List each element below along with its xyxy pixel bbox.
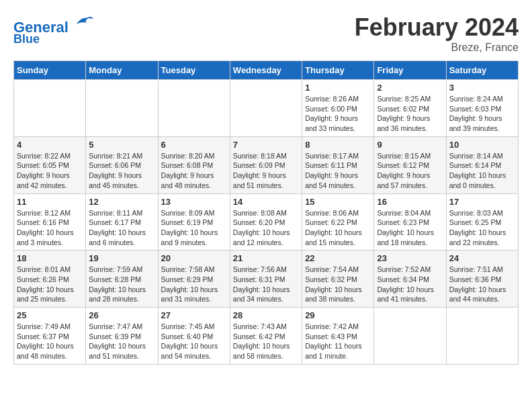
month-title: February 2024 (355, 13, 519, 42)
day-number: 23 (377, 253, 443, 263)
title-block: February 2024 Breze, France (355, 13, 519, 54)
day-number: 29 (305, 310, 371, 320)
day-info: Sunrise: 7:49 AM Sunset: 6:37 PM Dayligh… (17, 322, 83, 361)
day-number: 11 (17, 197, 83, 207)
logo: General Blue (13, 13, 94, 46)
day-info: Sunrise: 7:42 AM Sunset: 6:43 PM Dayligh… (305, 322, 371, 361)
header-tuesday: Tuesday (158, 61, 230, 80)
calendar-cell: 16Sunrise: 8:04 AM Sunset: 6:23 PM Dayli… (374, 193, 446, 250)
calendar-cell (14, 80, 86, 137)
day-number: 10 (449, 140, 515, 150)
day-number: 21 (233, 253, 299, 263)
calendar-cell: 13Sunrise: 8:09 AM Sunset: 6:19 PM Dayli… (158, 193, 230, 250)
calendar-cell (230, 80, 302, 137)
calendar-cell: 26Sunrise: 7:47 AM Sunset: 6:39 PM Dayli… (86, 308, 158, 365)
day-number: 9 (377, 140, 443, 150)
calendar-cell: 7Sunrise: 8:18 AM Sunset: 6:09 PM Daylig… (230, 136, 302, 193)
day-number: 22 (305, 253, 371, 263)
day-info: Sunrise: 8:15 AM Sunset: 6:12 PM Dayligh… (377, 151, 443, 191)
calendar-cell: 27Sunrise: 7:45 AM Sunset: 6:40 PM Dayli… (158, 308, 230, 365)
day-number: 4 (17, 140, 83, 150)
calendar-week-4: 18Sunrise: 8:01 AM Sunset: 6:26 PM Dayli… (14, 250, 519, 308)
day-info: Sunrise: 8:17 AM Sunset: 6:11 PM Dayligh… (305, 151, 371, 191)
calendar-cell: 4Sunrise: 8:22 AM Sunset: 6:05 PM Daylig… (14, 136, 86, 193)
calendar-cell: 8Sunrise: 8:17 AM Sunset: 6:11 PM Daylig… (302, 136, 374, 193)
day-info: Sunrise: 8:20 AM Sunset: 6:08 PM Dayligh… (161, 151, 227, 191)
header-wednesday: Wednesday (230, 61, 302, 80)
day-number: 27 (161, 310, 227, 320)
calendar-cell: 15Sunrise: 8:06 AM Sunset: 6:22 PM Dayli… (302, 193, 374, 250)
calendar-cell: 14Sunrise: 8:08 AM Sunset: 6:20 PM Dayli… (230, 193, 302, 250)
day-info: Sunrise: 7:47 AM Sunset: 6:39 PM Dayligh… (89, 322, 154, 361)
calendar-cell: 19Sunrise: 7:59 AM Sunset: 6:28 PM Dayli… (86, 250, 158, 308)
day-info: Sunrise: 8:22 AM Sunset: 6:05 PM Dayligh… (17, 151, 83, 191)
calendar-cell: 22Sunrise: 7:54 AM Sunset: 6:32 PM Dayli… (302, 250, 374, 308)
header-sunday: Sunday (14, 61, 86, 80)
calendar-cell: 1Sunrise: 8:26 AM Sunset: 6:00 PM Daylig… (302, 80, 374, 137)
day-info: Sunrise: 8:06 AM Sunset: 6:22 PM Dayligh… (305, 208, 371, 248)
day-number: 7 (233, 140, 299, 150)
calendar-table: SundayMondayTuesdayWednesdayThursdayFrid… (13, 60, 519, 365)
day-number: 15 (305, 197, 371, 207)
day-info: Sunrise: 8:24 AM Sunset: 6:03 PM Dayligh… (449, 94, 515, 134)
calendar-cell: 21Sunrise: 7:56 AM Sunset: 6:31 PM Dayli… (230, 250, 302, 308)
day-number: 16 (377, 197, 443, 207)
day-number: 13 (161, 197, 227, 207)
day-number: 12 (89, 197, 154, 207)
calendar-cell: 2Sunrise: 8:25 AM Sunset: 6:02 PM Daylig… (374, 80, 446, 137)
calendar-cell: 28Sunrise: 7:43 AM Sunset: 6:42 PM Dayli… (230, 308, 302, 365)
day-info: Sunrise: 7:56 AM Sunset: 6:31 PM Dayligh… (233, 265, 299, 304)
day-number: 28 (233, 310, 299, 320)
calendar-cell: 9Sunrise: 8:15 AM Sunset: 6:12 PM Daylig… (374, 136, 446, 193)
location-subtitle: Breze, France (355, 42, 519, 54)
day-number: 8 (305, 140, 371, 150)
day-info: Sunrise: 8:26 AM Sunset: 6:00 PM Dayligh… (305, 94, 371, 134)
calendar-cell: 6Sunrise: 8:20 AM Sunset: 6:08 PM Daylig… (158, 136, 230, 193)
calendar-cell: 12Sunrise: 8:11 AM Sunset: 6:17 PM Dayli… (86, 193, 158, 250)
day-info: Sunrise: 7:54 AM Sunset: 6:32 PM Dayligh… (305, 265, 371, 304)
day-info: Sunrise: 8:14 AM Sunset: 6:14 PM Dayligh… (449, 151, 515, 191)
day-number: 6 (161, 140, 227, 150)
day-number: 20 (161, 253, 227, 263)
calendar-cell (374, 308, 446, 365)
day-info: Sunrise: 8:03 AM Sunset: 6:25 PM Dayligh… (449, 208, 515, 248)
day-info: Sunrise: 8:08 AM Sunset: 6:20 PM Dayligh… (233, 208, 299, 248)
day-number: 14 (233, 197, 299, 207)
day-info: Sunrise: 7:58 AM Sunset: 6:29 PM Dayligh… (161, 265, 227, 304)
header-saturday: Saturday (446, 61, 518, 80)
header-friday: Friday (374, 61, 446, 80)
day-info: Sunrise: 8:21 AM Sunset: 6:06 PM Dayligh… (89, 151, 154, 191)
calendar-cell: 18Sunrise: 8:01 AM Sunset: 6:26 PM Dayli… (14, 250, 86, 308)
day-number: 26 (89, 310, 154, 320)
calendar-cell: 5Sunrise: 8:21 AM Sunset: 6:06 PM Daylig… (86, 136, 158, 193)
calendar-cell: 24Sunrise: 7:51 AM Sunset: 6:36 PM Dayli… (446, 250, 518, 308)
calendar-cell: 29Sunrise: 7:42 AM Sunset: 6:43 PM Dayli… (302, 308, 374, 365)
header-monday: Monday (86, 61, 158, 80)
calendar-week-5: 25Sunrise: 7:49 AM Sunset: 6:37 PM Dayli… (14, 308, 519, 365)
day-number: 3 (449, 83, 515, 93)
calendar-header-row: SundayMondayTuesdayWednesdayThursdayFrid… (14, 61, 519, 80)
calendar-week-3: 11Sunrise: 8:12 AM Sunset: 6:16 PM Dayli… (14, 193, 519, 250)
day-info: Sunrise: 7:59 AM Sunset: 6:28 PM Dayligh… (89, 265, 154, 304)
day-number: 17 (449, 197, 515, 207)
calendar-cell: 20Sunrise: 7:58 AM Sunset: 6:29 PM Dayli… (158, 250, 230, 308)
day-number: 18 (17, 253, 83, 263)
day-info: Sunrise: 7:43 AM Sunset: 6:42 PM Dayligh… (233, 322, 299, 361)
day-info: Sunrise: 8:11 AM Sunset: 6:17 PM Dayligh… (89, 208, 154, 248)
page-header: General Blue February 2024 Breze, France (13, 13, 519, 54)
calendar-cell (446, 308, 518, 365)
day-number: 19 (89, 253, 154, 263)
calendar-cell (158, 80, 230, 137)
day-info: Sunrise: 8:25 AM Sunset: 6:02 PM Dayligh… (377, 94, 443, 134)
day-info: Sunrise: 8:01 AM Sunset: 6:26 PM Dayligh… (17, 265, 83, 304)
day-number: 2 (377, 83, 443, 93)
logo-bird-icon (74, 13, 94, 32)
calendar-cell: 25Sunrise: 7:49 AM Sunset: 6:37 PM Dayli… (14, 308, 86, 365)
header-thursday: Thursday (302, 61, 374, 80)
calendar-cell: 11Sunrise: 8:12 AM Sunset: 6:16 PM Dayli… (14, 193, 86, 250)
day-info: Sunrise: 8:18 AM Sunset: 6:09 PM Dayligh… (233, 151, 299, 191)
calendar-cell: 3Sunrise: 8:24 AM Sunset: 6:03 PM Daylig… (446, 80, 518, 137)
day-info: Sunrise: 7:52 AM Sunset: 6:34 PM Dayligh… (377, 265, 443, 304)
day-info: Sunrise: 8:04 AM Sunset: 6:23 PM Dayligh… (377, 208, 443, 248)
calendar-cell (86, 80, 158, 137)
